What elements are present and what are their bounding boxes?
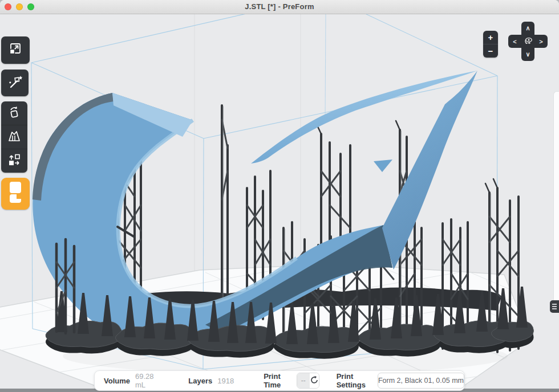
pan-left-button[interactable]: < xyxy=(508,35,521,48)
print-settings-label: Print Settings xyxy=(337,372,371,389)
tool-group xyxy=(1,101,27,173)
rotate-cube-icon xyxy=(7,105,22,122)
refresh-icon xyxy=(310,375,319,386)
volume-label: Volume xyxy=(104,377,130,385)
supports-tool-button[interactable] xyxy=(1,125,27,149)
orientation-tool-button[interactable] xyxy=(1,101,27,125)
magic-wand-icon xyxy=(7,74,23,92)
zoom-control: + − xyxy=(483,31,498,58)
volume-value: 69.28 mL xyxy=(135,372,157,389)
status-bar: Volume 69.28 mL Layers 1918 Print Time -… xyxy=(94,370,465,391)
print-time-control[interactable]: -- xyxy=(297,373,319,389)
viewport-3d[interactable] xyxy=(0,0,559,392)
preform-window: J.STL [*] - PreForm xyxy=(0,0,559,392)
pan-right-button[interactable]: > xyxy=(534,35,548,48)
layout-icon xyxy=(7,153,22,170)
menu-icon xyxy=(552,304,557,305)
view-dpad: ∧ < > ∨ xyxy=(508,22,548,61)
print-time-value: -- xyxy=(297,373,310,388)
title-bar: J.STL [*] - PreForm xyxy=(0,0,559,14)
pan-down-button[interactable]: ∨ xyxy=(521,48,534,61)
reset-view-button[interactable] xyxy=(521,35,534,48)
collapsed-panel-strip xyxy=(553,91,559,301)
one-click-print-button[interactable] xyxy=(1,70,29,96)
window-title: J.STL [*] - PreForm xyxy=(0,0,559,14)
zoom-out-button[interactable]: − xyxy=(483,44,498,58)
refresh-print-time-button[interactable] xyxy=(310,373,319,388)
scale-icon xyxy=(8,42,23,59)
layers-label: Layers xyxy=(188,377,212,385)
supports-icon xyxy=(7,129,22,146)
orbit-eye-icon xyxy=(523,36,533,47)
panel-handle-button[interactable] xyxy=(550,300,559,313)
layout-tool-button[interactable] xyxy=(1,149,27,173)
zoom-in-button[interactable]: + xyxy=(483,31,498,44)
layers-value: 1918 xyxy=(217,377,234,385)
print-time-label: Print Time xyxy=(264,372,290,389)
print-button[interactable] xyxy=(1,178,30,210)
pan-up-button[interactable]: ∧ xyxy=(521,22,534,35)
size-tool-button[interactable] xyxy=(1,36,30,64)
print-cartridge-icon xyxy=(8,181,23,207)
print-settings-selector[interactable]: Form 2, Black 01, 0.05 mm xyxy=(378,373,464,389)
